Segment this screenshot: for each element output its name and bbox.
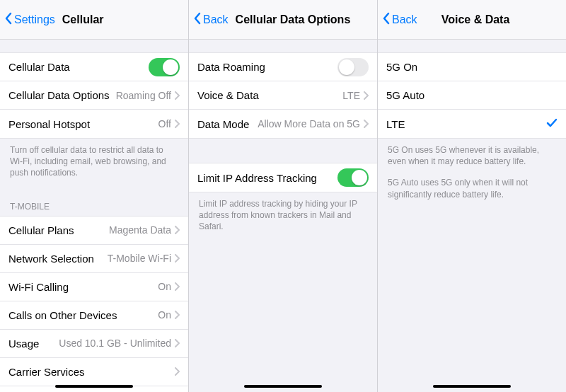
cellular-data-toggle[interactable] bbox=[149, 58, 180, 76]
screen-cellular-data-options: Back Cellular Data Options Data Roaming … bbox=[189, 0, 378, 392]
chevron-right-icon bbox=[174, 254, 180, 263]
row-detail: T-Mobile Wi-Fi bbox=[108, 253, 171, 264]
content: Cellular Data Cellular Data Options Roam… bbox=[0, 40, 188, 392]
content: 5G On 5G Auto LTE 5G On uses 5G whenever… bbox=[378, 40, 566, 392]
row-label: Network Selection bbox=[8, 253, 94, 265]
chevron-right-icon bbox=[174, 282, 180, 291]
row-lte[interactable]: LTE bbox=[378, 110, 566, 138]
list-voice-data-options: 5G On 5G Auto LTE bbox=[378, 52, 566, 139]
row-detail: Allow More Data on 5G bbox=[258, 118, 360, 129]
row-data-mode[interactable]: Data Mode Allow More Data on 5G bbox=[189, 110, 377, 138]
content: Data Roaming Voice & Data LTE Data Mode … bbox=[189, 40, 377, 392]
row-label: LTE bbox=[386, 118, 405, 130]
row-cellular-data-options[interactable]: Cellular Data Options Roaming Off bbox=[0, 81, 188, 110]
chevron-right-icon bbox=[174, 120, 180, 128]
row-label: 5G On bbox=[386, 61, 417, 73]
navbar: Back Cellular Data Options bbox=[189, 0, 377, 40]
row-label: Limit IP Address Tracking bbox=[197, 172, 317, 184]
home-indicator[interactable] bbox=[244, 385, 322, 388]
row-wifi-calling[interactable]: Wi-Fi Calling On bbox=[0, 273, 188, 301]
chevron-right-icon bbox=[174, 367, 180, 376]
row-label: Data Roaming bbox=[197, 61, 265, 73]
chevron-right-icon bbox=[174, 339, 180, 347]
back-button[interactable]: Back bbox=[382, 12, 417, 28]
checkmark-icon bbox=[546, 118, 558, 130]
row-5g-auto[interactable]: 5G Auto bbox=[378, 81, 566, 110]
page-title: Cellular Data Options bbox=[236, 13, 351, 26]
list-data-options: Data Roaming Voice & Data LTE Data Mode … bbox=[189, 52, 377, 139]
row-5g-on[interactable]: 5G On bbox=[378, 53, 566, 81]
chevron-right-icon bbox=[174, 311, 180, 319]
chevron-left-icon bbox=[4, 12, 13, 28]
screen-cellular: Settings Cellular Cellular Data Cellular… bbox=[0, 0, 189, 392]
row-label: Personal Hotspot bbox=[8, 118, 90, 130]
back-label: Settings bbox=[14, 13, 55, 26]
footer-note: Turn off cellular data to restrict all d… bbox=[0, 139, 188, 189]
home-indicator[interactable] bbox=[55, 385, 133, 388]
row-calls-other-devices[interactable]: Calls on Other Devices On bbox=[0, 301, 188, 330]
group-header-carrier: T-MOBILE bbox=[0, 189, 188, 216]
row-label: Wi-Fi Calling bbox=[8, 281, 69, 293]
row-detail: On bbox=[158, 281, 171, 292]
row-detail: Off bbox=[158, 118, 171, 129]
chevron-left-icon bbox=[193, 12, 202, 28]
row-label: Cellular Data bbox=[8, 61, 70, 73]
back-button[interactable]: Back bbox=[193, 12, 229, 28]
home-indicator[interactable] bbox=[433, 385, 511, 388]
row-detail: Roaming Off bbox=[116, 90, 171, 101]
row-personal-hotspot[interactable]: Personal Hotspot Off bbox=[0, 110, 188, 138]
row-voice-and-data[interactable]: Voice & Data LTE bbox=[189, 81, 377, 110]
chevron-right-icon bbox=[363, 120, 369, 128]
list-ip-tracking: Limit IP Address Tracking bbox=[189, 163, 377, 192]
row-cellular-plans[interactable]: Cellular Plans Magenta Data bbox=[0, 217, 188, 245]
row-label: Cellular Data Options bbox=[8, 89, 110, 101]
screen-voice-and-data: Back Voice & Data 5G On 5G Auto LTE bbox=[378, 0, 566, 392]
row-detail: Magenta Data bbox=[109, 224, 171, 236]
footer-note: Limit IP address tracking by hiding your… bbox=[189, 192, 377, 243]
row-carrier-services[interactable]: Carrier Services bbox=[0, 358, 188, 386]
row-data-roaming[interactable]: Data Roaming bbox=[189, 53, 377, 81]
row-label: Carrier Services bbox=[8, 366, 85, 378]
footer-note: 5G On uses 5G whenever it is available, … bbox=[378, 139, 566, 177]
row-label: Calls on Other Devices bbox=[8, 309, 117, 321]
chevron-right-icon bbox=[174, 91, 180, 100]
chevron-right-icon bbox=[174, 226, 180, 234]
row-label: Data Mode bbox=[197, 118, 249, 130]
row-detail: LTE bbox=[342, 90, 360, 101]
row-detail: Used 10.1 GB - Unlimited bbox=[59, 338, 171, 349]
row-network-selection[interactable]: Network Selection T-Mobile Wi-Fi bbox=[0, 245, 188, 273]
back-label: Back bbox=[392, 13, 417, 26]
row-label: Cellular Plans bbox=[8, 224, 74, 236]
limit-ip-toggle[interactable] bbox=[337, 168, 369, 187]
data-roaming-toggle[interactable] bbox=[337, 58, 369, 76]
row-limit-ip-tracking[interactable]: Limit IP Address Tracking bbox=[189, 163, 377, 192]
row-usage[interactable]: Usage Used 10.1 GB - Unlimited bbox=[0, 330, 188, 358]
list-main: Cellular Data Cellular Data Options Roam… bbox=[0, 52, 188, 139]
row-label: Usage bbox=[8, 338, 39, 350]
navbar: Settings Cellular bbox=[0, 0, 188, 40]
navbar: Back Voice & Data bbox=[378, 0, 566, 40]
chevron-left-icon bbox=[382, 12, 391, 28]
row-cellular-data[interactable]: Cellular Data bbox=[0, 53, 188, 81]
back-button[interactable]: Settings bbox=[4, 12, 55, 28]
page-title: Cellular bbox=[62, 13, 104, 26]
row-detail: On bbox=[158, 309, 171, 321]
row-label: 5G Auto bbox=[386, 89, 424, 101]
chevron-right-icon bbox=[363, 91, 369, 100]
footer-note: 5G Auto uses 5G only when it will not si… bbox=[378, 177, 566, 209]
list-carrier: Cellular Plans Magenta Data Network Sele… bbox=[0, 216, 188, 392]
row-label: Voice & Data bbox=[197, 89, 259, 101]
back-label: Back bbox=[203, 13, 229, 26]
